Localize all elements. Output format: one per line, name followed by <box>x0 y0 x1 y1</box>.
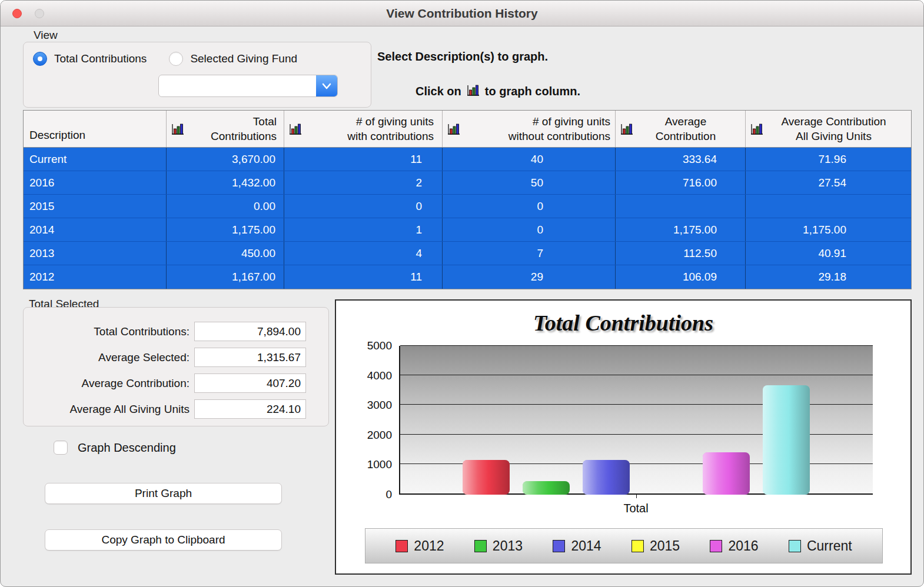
cell-description: Current <box>24 148 166 171</box>
legend-item-2012: 2012 <box>395 538 444 554</box>
chart-legend: 20122013201420152016Current <box>365 528 883 563</box>
cell-avg_all <box>745 195 911 218</box>
chevron-down-icon[interactable] <box>316 75 337 96</box>
totals-field-label: Total Contributions: <box>24 325 194 338</box>
legend-item-2016: 2016 <box>710 538 758 554</box>
view-group-caption: View <box>34 29 58 42</box>
radio-total-contributions-label: Total Contributions <box>54 52 147 65</box>
cell-without_units: 0 <box>442 218 615 241</box>
column-header-label: Description <box>29 128 166 142</box>
bar-shine <box>583 460 630 495</box>
cell-avg_all: 40.91 <box>745 242 911 265</box>
cell-avg <box>615 195 745 218</box>
graph-descending-checkbox[interactable] <box>54 441 68 455</box>
cell-avg: 106.09 <box>615 265 745 289</box>
legend-label: 2015 <box>650 538 680 554</box>
legend-label: 2012 <box>414 538 444 554</box>
click-instruction-pre: Click on <box>416 85 461 98</box>
graph-descending-label: Graph Descending <box>78 441 176 455</box>
contribution-history-table: DescriptionTotalContributions# of giving… <box>23 110 912 289</box>
column-header: # of giving unitswithout contributions <box>442 111 615 147</box>
y-tick-label: 1000 <box>367 458 392 471</box>
column-header: TotalContributions <box>166 111 284 147</box>
legend-swatch <box>553 540 565 552</box>
table-row[interactable]: 20150.0000 <box>24 195 911 218</box>
select-descriptions-instruction: Select Description(s) to graph. <box>377 50 548 64</box>
click-instruction-post: to graph column. <box>485 85 580 98</box>
table-row[interactable]: 20141,175.00101,175.001,175.00 <box>24 218 911 242</box>
giving-fund-dropdown[interactable] <box>158 75 338 97</box>
cell-description: 2015 <box>24 195 166 218</box>
cell-avg: 716.00 <box>615 171 745 194</box>
cell-without_units: 50 <box>442 171 615 194</box>
bar-2016 <box>703 452 750 495</box>
graph-column-icon[interactable] <box>750 122 764 136</box>
legend-swatch <box>474 540 487 552</box>
totals-field-label: Average All Giving Units <box>24 403 194 416</box>
cell-with_units: 11 <box>284 148 442 171</box>
legend-label: Current <box>807 538 852 554</box>
cell-total: 450.00 <box>166 242 284 265</box>
graph-column-icon <box>466 83 480 100</box>
totals-field-value: 7,894.00 <box>194 322 306 341</box>
totals-field-value: 407.20 <box>194 373 306 393</box>
y-tick-label: 3000 <box>367 399 392 412</box>
cell-description: 2013 <box>24 242 166 265</box>
graph-column-icon[interactable] <box>288 122 303 136</box>
cell-total: 1,167.00 <box>166 265 284 289</box>
table-row[interactable]: 20161,432.00250716.0027.54 <box>24 171 911 195</box>
cell-total: 1,175.00 <box>166 218 284 241</box>
legend-label: 2016 <box>728 538 758 554</box>
graph-column-icon[interactable] <box>447 122 461 136</box>
legend-swatch <box>789 540 801 552</box>
column-header: Average ContributionAll Giving Units <box>745 111 911 147</box>
cell-without_units: 0 <box>442 195 615 218</box>
plot-wrap: Total 010002000300040005000 <box>399 346 873 495</box>
cell-description: 2012 <box>24 265 166 289</box>
table-row[interactable]: Current3,670.001140333.6471.96 <box>24 148 911 171</box>
cell-avg_all: 27.54 <box>745 171 911 194</box>
view-contribution-history-window: View Contribution History View Total Con… <box>0 0 924 587</box>
print-graph-button[interactable]: Print Graph <box>45 483 282 504</box>
bar-2012 <box>463 460 510 495</box>
graph-column-icon[interactable] <box>171 122 185 136</box>
cell-with_units: 0 <box>284 195 442 218</box>
cell-without_units: 7 <box>442 242 615 265</box>
totals-field-row: Total Contributions:7,894.00 <box>24 322 328 341</box>
cell-with_units: 4 <box>284 242 442 265</box>
chart-title: Total Contributions <box>336 310 910 336</box>
legend-swatch <box>395 540 408 552</box>
cell-avg_all: 29.18 <box>745 265 911 289</box>
bar-current <box>763 385 810 495</box>
cell-avg: 1,175.00 <box>615 218 745 241</box>
copy-graph-to-clipboard-button[interactable]: Copy Graph to Clipboard <box>45 529 282 551</box>
table-row[interactable]: 20121,167.001129106.0929.18 <box>24 265 911 289</box>
y-tick-label: 4000 <box>367 369 392 382</box>
cell-total: 1,432.00 <box>166 171 284 194</box>
cell-without_units: 40 <box>442 148 615 171</box>
cell-avg: 112.50 <box>615 242 745 265</box>
graph-column-icon[interactable] <box>620 122 634 136</box>
column-header-label: # of giving unitswithout contributions <box>443 114 615 144</box>
radio-selected-giving-fund[interactable] <box>169 52 183 66</box>
x-axis-label: Total <box>399 502 873 515</box>
cell-with_units: 1 <box>284 218 442 241</box>
legend-label: 2014 <box>571 538 601 554</box>
cell-description: 2016 <box>24 171 166 194</box>
bar-shine <box>703 452 750 495</box>
legend-swatch <box>710 540 722 552</box>
cell-total: 3,670.00 <box>166 148 284 171</box>
totals-field-row: Average All Giving Units224.10 <box>24 399 328 419</box>
column-header-label: Average ContributionAll Giving Units <box>746 114 911 144</box>
cell-with_units: 11 <box>284 265 442 289</box>
radio-selected-giving-fund-label: Selected Giving Fund <box>190 52 297 65</box>
column-header: AverageContribution <box>615 111 745 147</box>
totals-group: Total Contributions:7,894.00Average Sele… <box>23 307 329 426</box>
bar-shine <box>523 481 570 495</box>
graph-descending-row: Graph Descending <box>54 441 176 455</box>
cell-with_units: 2 <box>284 171 442 194</box>
radio-total-contributions[interactable] <box>33 52 47 66</box>
bar-shine <box>763 385 810 495</box>
totals-field-value: 224.10 <box>194 399 306 419</box>
table-row[interactable]: 2013450.0047112.5040.91 <box>24 242 911 265</box>
